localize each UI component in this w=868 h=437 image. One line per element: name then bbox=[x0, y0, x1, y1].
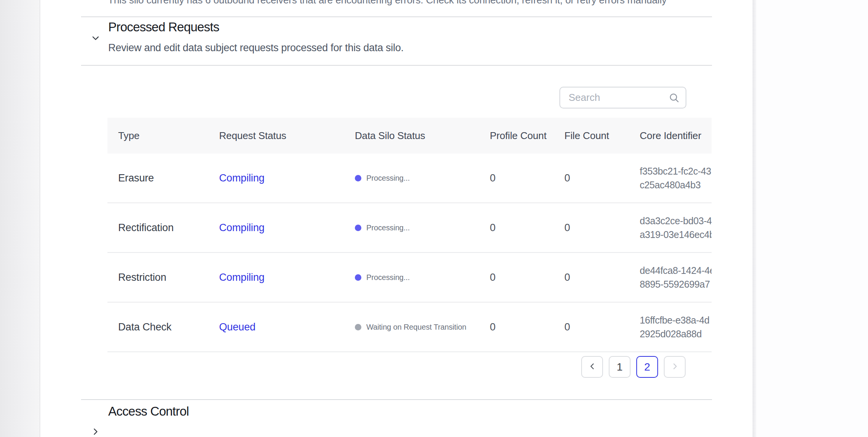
column-header-core-identifier: Core Identifier bbox=[640, 130, 712, 142]
pagination-prev-button[interactable] bbox=[581, 356, 603, 378]
outbound-receivers-alert-text: This silo currently has 6 outbound recei… bbox=[108, 0, 666, 6]
profile-count: 0 bbox=[490, 321, 564, 333]
request-status-link[interactable]: Compiling bbox=[219, 222, 355, 234]
search-input[interactable] bbox=[560, 87, 686, 108]
profile-count: 0 bbox=[490, 272, 564, 283]
column-header-profile-count: Profile Count bbox=[490, 130, 564, 142]
file-count: 0 bbox=[564, 222, 640, 234]
chevron-right-icon[interactable] bbox=[90, 426, 101, 437]
profile-count: 0 bbox=[490, 172, 564, 184]
divider bbox=[81, 16, 712, 17]
chevron-left-icon bbox=[588, 361, 597, 373]
file-count: 0 bbox=[564, 272, 640, 283]
column-header-request-status: Request Status bbox=[219, 130, 355, 142]
data-silo-status: Waiting on Request Transition bbox=[355, 323, 490, 332]
processed-requests-subtitle: Review and edit data subject requests pr… bbox=[108, 42, 403, 54]
request-status-link[interactable]: Compiling bbox=[219, 272, 355, 283]
data-silo-status: Processing... bbox=[355, 273, 490, 282]
table-row[interactable]: Erasure Compiling Processing... 0 0 f353… bbox=[107, 154, 712, 203]
request-type: Data Check bbox=[118, 321, 219, 333]
column-header-type: Type bbox=[118, 130, 219, 142]
request-status-link[interactable]: Compiling bbox=[219, 172, 355, 184]
core-identifier: 16ffcfbe-e38a-4d 2925d028a88d bbox=[640, 313, 712, 341]
divider bbox=[81, 399, 712, 400]
pagination: 1 2 bbox=[581, 356, 686, 378]
data-silo-status: Processing... bbox=[355, 223, 490, 232]
table-header-row: Type Request Status Data Silo Status Pro… bbox=[107, 118, 712, 154]
data-silo-status-label: Processing... bbox=[366, 273, 410, 282]
profile-count: 0 bbox=[490, 222, 564, 234]
processed-requests-title: Processed Requests bbox=[108, 20, 219, 34]
chevron-down-icon[interactable] bbox=[90, 33, 101, 44]
column-header-file-count: File Count bbox=[564, 130, 640, 142]
pagination-page-1-button[interactable]: 1 bbox=[609, 356, 631, 378]
pagination-next-button[interactable] bbox=[664, 356, 686, 378]
data-silo-status: Processing... bbox=[355, 174, 490, 183]
column-header-data-silo-status: Data Silo Status bbox=[355, 130, 490, 142]
core-identifier: d3a3c2ce-bd03-4 a319-03e146ec4b bbox=[640, 214, 712, 241]
file-count: 0 bbox=[564, 321, 640, 333]
processed-requests-table: Type Request Status Data Silo Status Pro… bbox=[107, 118, 712, 352]
file-count: 0 bbox=[564, 172, 640, 184]
request-type: Restriction bbox=[118, 272, 219, 283]
page: This silo currently has 6 outbound recei… bbox=[0, 0, 868, 437]
status-dot-icon bbox=[355, 175, 361, 181]
core-identifier: de44fca8-1424-4e 8895-5592699a7 bbox=[640, 264, 712, 291]
request-status-link[interactable]: Queued bbox=[219, 321, 355, 333]
request-type: Rectification bbox=[118, 222, 219, 234]
data-silo-status-label: Processing... bbox=[366, 174, 410, 183]
pagination-page-2-button[interactable]: 2 bbox=[636, 356, 658, 378]
search-box bbox=[559, 87, 686, 108]
page-background-left bbox=[0, 0, 40, 437]
request-type: Erasure bbox=[118, 172, 219, 184]
status-dot-icon bbox=[355, 324, 361, 330]
status-dot-icon bbox=[355, 225, 361, 231]
data-silo-status-label: Processing... bbox=[366, 223, 410, 232]
table-row[interactable]: Data Check Queued Waiting on Request Tra… bbox=[107, 303, 712, 352]
table-row[interactable]: Restriction Compiling Processing... 0 0 … bbox=[107, 253, 712, 303]
table-row[interactable]: Rectification Compiling Processing... 0 … bbox=[107, 203, 712, 253]
panel-right-edge bbox=[753, 0, 756, 437]
chevron-right-icon bbox=[671, 361, 679, 373]
data-silo-status-label: Waiting on Request Transition bbox=[366, 323, 466, 332]
status-dot-icon bbox=[355, 274, 361, 281]
content-panel: This silo currently has 6 outbound recei… bbox=[40, 0, 753, 437]
core-identifier: f353bc21-fc2c-43 c25ac480a4b3 bbox=[640, 164, 712, 192]
access-control-title: Access Control bbox=[108, 404, 189, 419]
search-icon bbox=[669, 92, 679, 103]
divider bbox=[81, 65, 712, 66]
